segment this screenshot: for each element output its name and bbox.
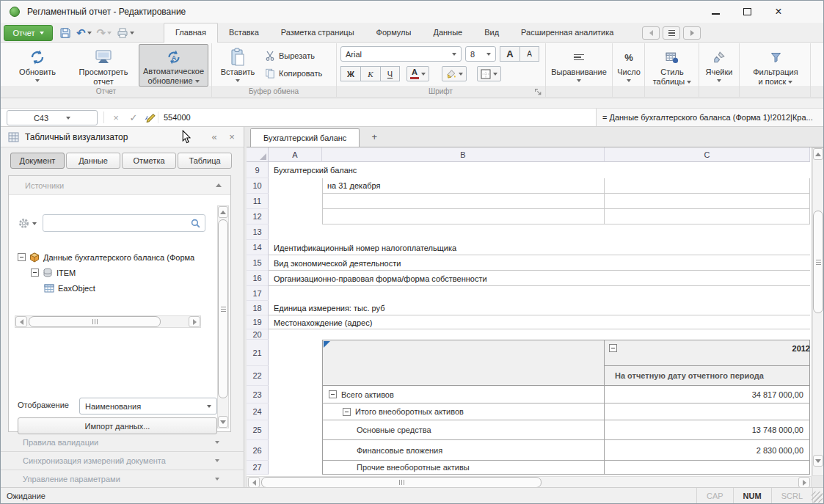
row-header-19[interactable]: 19 [247,315,269,329]
minimize-button[interactable] [704,1,726,23]
cell-B23[interactable]: Всего активов [322,386,605,403]
panel-tab-Документ[interactable]: Документ [10,153,65,169]
collapse-row-icon[interactable] [343,408,351,416]
cell-B25[interactable]: Основные средства [322,420,605,440]
cell-C15[interactable] [605,255,810,271]
display-mode-combo[interactable]: Наименования [79,398,217,414]
ribbon-tab[interactable]: Главная [164,23,218,43]
column-header-C[interactable]: C [605,147,810,162]
row-header-22[interactable]: 22 [247,366,269,386]
cell-C17[interactable] [605,286,810,301]
save-button[interactable] [58,26,73,40]
tree-horizontal-scrollbar[interactable] [15,315,201,328]
scroll-tabs-left-button[interactable] [642,26,660,40]
cell-B13[interactable] [322,224,605,240]
cell-A12[interactable] [269,209,322,224]
italic-button[interactable]: К [360,66,380,81]
scroll-up-button[interactable] [813,148,823,160]
scroll-tabs-right-button[interactable] [683,26,701,40]
font-color-button[interactable]: А [406,66,429,81]
formula-input[interactable]: 554000 [164,109,191,126]
confirm-entry-button[interactable]: ✓ [125,112,142,123]
cell-C25[interactable]: 13 748 000,00 [605,420,810,440]
column-header-B[interactable]: B [322,147,605,162]
copy-button[interactable]: Копировать [265,66,322,81]
row-header-23[interactable]: 23 [247,386,269,403]
panel-tab-Таблица[interactable]: Таблица [178,153,232,169]
row-header-13[interactable]: 13 [247,224,269,240]
preview-report-button[interactable]: Просмотреть отчет [71,44,136,87]
ribbon-tab[interactable]: Разметка страницы [270,23,365,43]
bold-button[interactable]: Ж [340,66,360,81]
row-header-9[interactable]: 9 [247,162,269,178]
cell-B9[interactable] [322,162,605,178]
row-header-25[interactable]: 25 [247,420,269,440]
cell-C24[interactable] [605,403,810,420]
row-header-27[interactable]: 27 [247,461,269,475]
cell-A21[interactable] [269,340,322,366]
report-menu-button[interactable]: Отчет [4,25,53,41]
collapse-row-icon[interactable] [329,390,337,398]
cell-A27[interactable] [269,461,322,475]
cell-A13[interactable] [269,224,322,240]
fill-color-button[interactable] [442,66,467,81]
number-button[interactable]: % Число [615,44,643,83]
auto-update-button[interactable]: A Автоматическое обновление [139,44,208,87]
cell-A20[interactable] [269,329,322,340]
cell-A24[interactable] [269,403,322,420]
cell-C22[interactable]: На отчетную дату отчетного периода [605,366,810,386]
scroll-thumb[interactable] [218,219,228,398]
cell-C14[interactable] [605,240,810,255]
sheet-tab[interactable]: Бухгалтерский баланс [250,128,360,147]
tree-expander-icon[interactable] [31,269,39,277]
row-header-20[interactable]: 20 [247,329,269,340]
tree-item[interactable]: Данные бухгалтерского баланса (Форма [18,249,194,265]
add-sheet-button[interactable]: + [360,128,389,147]
cell-name-box[interactable]: C43 [7,110,98,125]
cell-C27[interactable] [605,461,810,475]
cell-B27[interactable]: Прочие внеоборотные активы [322,461,605,475]
maximize-button[interactable] [736,1,758,23]
shrink-font-button[interactable]: A [519,46,539,62]
row-header-11[interactable]: 11 [247,194,269,209]
cell-B22[interactable] [322,366,605,386]
row-header-18[interactable]: 18 [247,301,269,315]
row-header-16[interactable]: 16 [247,271,269,286]
cell-B26[interactable]: Финансовые вложения [322,440,605,461]
cell-A10[interactable] [269,178,322,194]
row-header-21[interactable]: 21 [247,340,269,366]
cell-A23[interactable] [269,386,322,403]
close-panel-button[interactable]: × [223,131,241,142]
sources-section-header[interactable]: Источники [9,176,230,195]
ribbon-tab[interactable]: Вид [473,23,510,43]
scroll-left-button[interactable] [248,477,260,488]
scroll-thumb[interactable] [813,211,823,313]
cell-C18[interactable] [605,301,810,315]
cell-A22[interactable] [269,366,322,386]
tree-item[interactable]: ITEM [31,265,76,280]
cell-C21[interactable]: 2012 [605,340,810,366]
section-Синхронизация измерений документа[interactable]: Синхронизация измерений документа [1,452,244,470]
cell-A26[interactable] [269,440,322,461]
cell-C20[interactable] [605,329,810,340]
redo-button[interactable]: ↷ [95,26,114,40]
grid-vertical-scrollbar[interactable] [812,147,824,476]
borders-button[interactable] [477,66,501,81]
select-all-corner[interactable] [247,147,269,162]
column-header-A[interactable]: A [269,147,322,162]
cell-A25[interactable] [269,420,322,440]
cell-A17[interactable] [269,286,322,301]
row-header-17[interactable]: 17 [247,286,269,301]
cell-B24[interactable]: Итого внеоборотных активов [322,403,605,420]
cell-B17[interactable] [322,286,605,301]
scroll-thumb[interactable] [261,477,542,488]
row-header-14[interactable]: 14 [247,240,269,255]
cell-C10[interactable] [605,178,810,194]
panel-vertical-scrollbar[interactable] [217,205,229,428]
scroll-right-button[interactable] [189,316,200,327]
row-header-24[interactable]: 24 [247,403,269,420]
cancel-entry-button[interactable]: × [108,112,124,123]
underline-button[interactable]: Ч [380,66,400,81]
panel-tab-Данные[interactable]: Данные [66,153,120,169]
font-name-combo[interactable]: Arial [340,46,462,62]
